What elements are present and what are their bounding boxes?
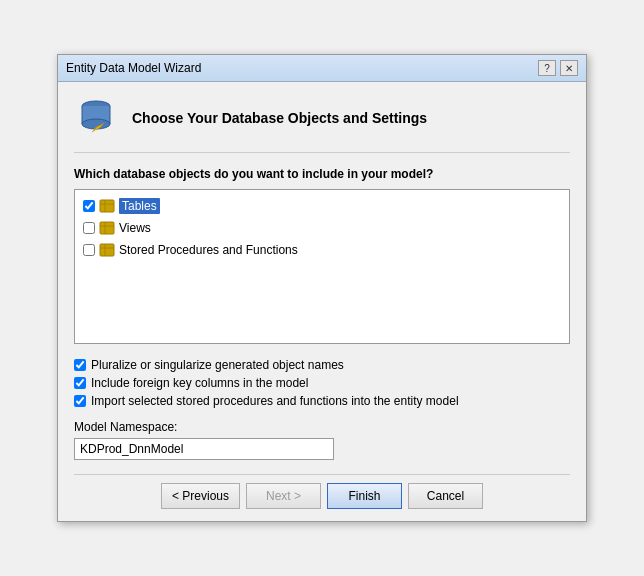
previous-button[interactable]: < Previous <box>161 483 240 509</box>
views-label: Views <box>119 221 151 235</box>
foreignkeys-label: Include foreign key columns in the model <box>91 376 308 390</box>
stored-procs-item[interactable]: Stored Procedures and Functions <box>83 240 561 260</box>
finish-button[interactable]: Finish <box>327 483 402 509</box>
stored-procs-checkbox[interactable] <box>83 244 95 256</box>
close-button[interactable]: ✕ <box>560 60 578 76</box>
namespace-label: Model Namespace: <box>74 420 570 434</box>
objects-listbox: Tables Views <box>74 189 570 344</box>
dialog-window: Entity Data Model Wizard ? ✕ Ch <box>57 54 587 522</box>
content-area: Choose Your Database Objects and Setting… <box>58 82 586 521</box>
tables-table-icon <box>99 198 115 214</box>
tables-item[interactable]: Tables <box>83 196 561 216</box>
header-section: Choose Your Database Objects and Setting… <box>74 96 570 153</box>
database-icon <box>74 96 118 140</box>
svg-rect-11 <box>100 244 114 256</box>
importstoredprocs-checkbox[interactable] <box>74 395 86 407</box>
views-icon <box>99 220 115 236</box>
next-button[interactable]: Next > <box>246 483 321 509</box>
objects-section-label: Which database objects do you want to in… <box>74 167 570 181</box>
options-section: Pluralize or singularize generated objec… <box>74 358 570 408</box>
foreignkeys-checkbox[interactable] <box>74 377 86 389</box>
tables-label: Tables <box>119 198 160 214</box>
cancel-button[interactable]: Cancel <box>408 483 483 509</box>
svg-rect-8 <box>100 222 114 234</box>
option-pluralize-row: Pluralize or singularize generated objec… <box>74 358 570 372</box>
header-title: Choose Your Database Objects and Setting… <box>132 110 427 126</box>
svg-rect-5 <box>100 200 114 212</box>
stored-procs-label: Stored Procedures and Functions <box>119 243 298 257</box>
title-bar: Entity Data Model Wizard ? ✕ <box>58 55 586 82</box>
tables-checkbox[interactable] <box>83 200 95 212</box>
views-checkbox[interactable] <box>83 222 95 234</box>
namespace-section: Model Namespace: <box>74 420 570 460</box>
pluralize-checkbox[interactable] <box>74 359 86 371</box>
importstoredprocs-label: Import selected stored procedures and fu… <box>91 394 459 408</box>
pluralize-label: Pluralize or singularize generated objec… <box>91 358 344 372</box>
button-bar: < Previous Next > Finish Cancel <box>74 474 570 509</box>
option-importstoredprocs-row: Import selected stored procedures and fu… <box>74 394 570 408</box>
namespace-input[interactable] <box>74 438 334 460</box>
stored-procs-icon <box>99 242 115 258</box>
title-bar-buttons: ? ✕ <box>538 60 578 76</box>
views-item[interactable]: Views <box>83 218 561 238</box>
help-button[interactable]: ? <box>538 60 556 76</box>
dialog-title: Entity Data Model Wizard <box>66 61 201 75</box>
option-foreignkeys-row: Include foreign key columns in the model <box>74 376 570 390</box>
